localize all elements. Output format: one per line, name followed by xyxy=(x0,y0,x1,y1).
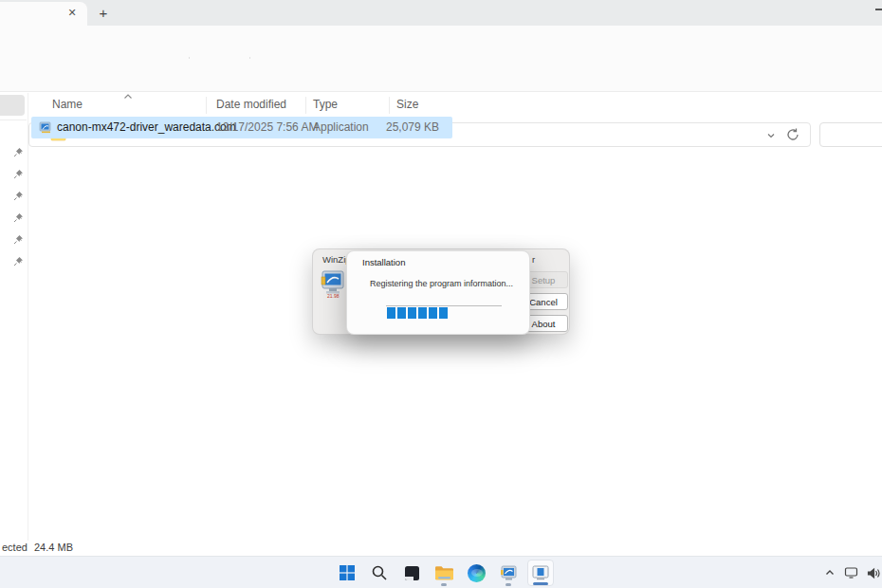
file-name: canon-mx472-driver_waredata.com xyxy=(57,120,236,134)
tray-display-icon[interactable] xyxy=(844,566,858,579)
winzip-sfx-icon: 21.98 xyxy=(321,269,346,300)
column-header-name[interactable]: Name xyxy=(52,98,83,111)
search-icon xyxy=(371,564,388,581)
sidebar-selected-item[interactable] xyxy=(0,95,25,116)
search-input[interactable] xyxy=(820,123,882,146)
refresh-icon[interactable] xyxy=(785,127,800,142)
installation-message: Registering the program information... xyxy=(370,279,513,288)
file-size: 25,079 KB xyxy=(379,120,439,134)
dark-app-icon xyxy=(403,564,421,582)
file-date-modified: 12/17/2025 7:56 AM xyxy=(216,120,318,134)
navigation-sidebar xyxy=(0,93,28,541)
desktop-screen: ✕ + Sort View xyxy=(0,0,882,588)
pin-icon xyxy=(13,144,24,155)
running-indicator xyxy=(505,583,511,586)
sfx-dialog-title-fragment: r xyxy=(532,254,535,265)
status-selected-text: ected xyxy=(2,542,28,553)
explorer-tab-strip: ✕ + xyxy=(0,0,882,26)
installation-progress-bar xyxy=(386,305,502,319)
svg-text:21.98: 21.98 xyxy=(327,293,340,299)
pin-icon xyxy=(13,210,24,220)
taskbar xyxy=(0,556,882,588)
search-box[interactable] xyxy=(819,122,882,147)
column-separator[interactable] xyxy=(389,97,390,114)
pin-icon xyxy=(13,231,24,242)
sidebar-divider xyxy=(0,119,27,120)
taskbar-center-icons xyxy=(334,559,554,587)
system-tray xyxy=(824,562,880,583)
file-row[interactable]: canon-mx472-driver_waredata.com 12/17/20… xyxy=(31,117,452,138)
tray-volume-icon[interactable] xyxy=(867,567,880,579)
status-size-text: 24.4 MB xyxy=(34,542,73,553)
dark-app-button[interactable] xyxy=(398,560,425,586)
winzip-installer-button[interactable] xyxy=(495,560,522,586)
file-type: Application xyxy=(313,120,369,134)
column-headers: Name Date modified Type Size xyxy=(29,95,882,117)
progress-fill-segments xyxy=(387,307,448,319)
search-button[interactable] xyxy=(366,560,393,586)
new-tab-button[interactable]: + xyxy=(95,4,112,21)
active-indicator xyxy=(533,582,548,585)
address-dropdown-icon[interactable] xyxy=(766,131,776,140)
windows-start-icon xyxy=(339,564,356,581)
start-button[interactable] xyxy=(334,560,360,586)
column-header-type[interactable]: Type xyxy=(313,98,338,111)
installation-dialog-title: Installation xyxy=(362,257,405,267)
winzip-installer-icon xyxy=(500,564,518,582)
pin-icon xyxy=(13,166,24,176)
column-header-date[interactable]: Date modified xyxy=(216,98,286,111)
tray-expand-chevron-icon[interactable] xyxy=(824,567,836,579)
pin-icon xyxy=(13,253,24,264)
installation-dialog[interactable]: Installation Registering the program inf… xyxy=(346,250,530,335)
file-explorer-icon xyxy=(434,565,454,581)
window-minimize-icon[interactable] xyxy=(875,9,882,10)
column-header-size[interactable]: Size xyxy=(396,98,418,111)
sort-ascending-icon xyxy=(123,93,133,101)
column-separator[interactable] xyxy=(305,97,306,114)
edge-button[interactable] xyxy=(463,560,489,586)
column-separator[interactable] xyxy=(206,97,207,114)
active-window-button[interactable] xyxy=(527,560,554,586)
active-window-icon xyxy=(532,565,549,580)
pin-icon xyxy=(13,188,24,198)
status-bar: ected 24.4 MB xyxy=(0,540,882,555)
edge-icon xyxy=(468,564,486,582)
tab-close-icon[interactable]: ✕ xyxy=(64,5,80,20)
running-indicator xyxy=(441,583,447,586)
file-explorer-button[interactable] xyxy=(431,560,457,586)
address-row: New folder xyxy=(0,59,882,92)
explorer-toolbar: Sort View ••• xyxy=(0,26,882,59)
application-file-icon xyxy=(39,120,53,135)
